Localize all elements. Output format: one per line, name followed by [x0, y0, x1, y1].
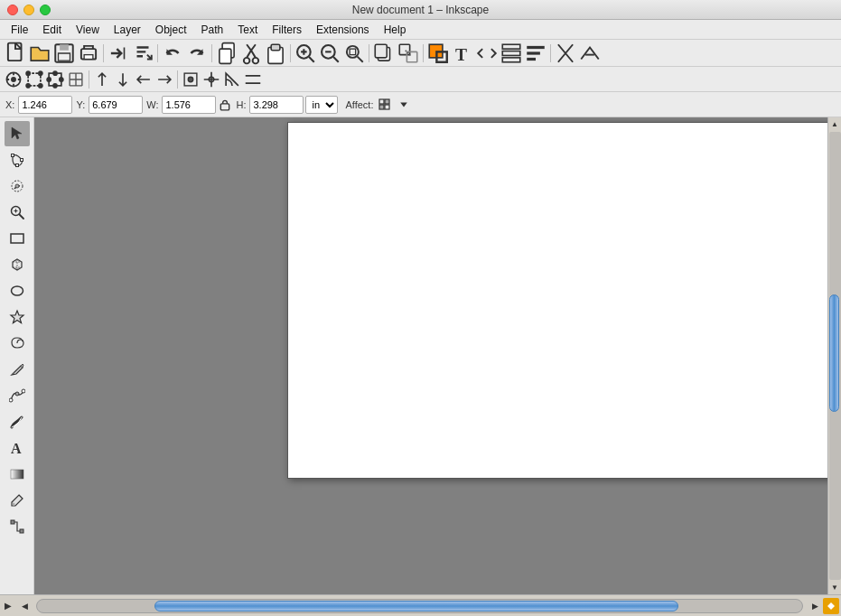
align-button[interactable] [524, 42, 547, 64]
affect-dropdown[interactable] [397, 95, 411, 115]
menu-filters[interactable]: Filters [265, 22, 309, 38]
menu-path[interactable]: Path [194, 22, 231, 38]
menu-help[interactable]: Help [377, 22, 414, 38]
snap-grid-button[interactable] [66, 70, 86, 89]
menu-layer[interactable]: Layer [107, 22, 148, 38]
snap-t4-button[interactable] [154, 70, 174, 89]
clone-button[interactable] [397, 42, 420, 64]
ellipse-tool[interactable] [5, 278, 30, 303]
main-area: A [0, 117, 841, 594]
svg-point-40 [60, 77, 63, 80]
open-button[interactable] [28, 42, 51, 64]
snap-indicator[interactable] [823, 598, 839, 614]
text-tool-button[interactable]: T [451, 42, 474, 64]
drawing-canvas[interactable] [287, 122, 827, 479]
unit-select[interactable]: in px mm cm pt [305, 96, 338, 114]
vscroll-down-arrow[interactable]: ▼ [828, 581, 842, 594]
snap-t1-button[interactable] [92, 70, 112, 89]
cut2-button[interactable] [554, 42, 577, 64]
h-input[interactable] [249, 96, 304, 114]
box-tool[interactable] [5, 252, 30, 277]
connector-tool[interactable] [5, 514, 30, 539]
y-label: Y: [74, 99, 87, 110]
snap-global-button[interactable] [4, 70, 23, 89]
menu-text[interactable]: Text [230, 22, 265, 38]
star-tool[interactable] [5, 304, 30, 330]
fill-stroke-button[interactable] [426, 42, 450, 64]
h-label: H: [234, 99, 248, 110]
snap-bbox-button[interactable] [24, 70, 44, 89]
snap-midpoints-button[interactable] [181, 70, 201, 89]
menu-object[interactable]: Object [148, 22, 194, 38]
svg-rect-44 [221, 103, 229, 109]
svg-rect-27 [527, 51, 540, 54]
calligraphy-tool[interactable] [5, 409, 30, 434]
vscroll-thumb[interactable] [829, 294, 839, 412]
svg-rect-49 [11, 154, 14, 157]
pencil-tool[interactable] [5, 357, 30, 382]
hscroll-right-arrow[interactable]: ▶ [807, 595, 823, 617]
duplicate-button[interactable] [372, 42, 396, 64]
snap-t3-button[interactable] [134, 70, 154, 89]
tweak-tool[interactable] [5, 173, 30, 199]
gradient-tool[interactable] [5, 462, 30, 487]
horizontal-scrollbar[interactable] [36, 599, 803, 613]
zoom-in-button[interactable] [294, 42, 317, 64]
menu-edit[interactable]: Edit [35, 22, 69, 38]
new-button[interactable] [4, 42, 27, 64]
svg-rect-24 [502, 51, 520, 55]
lock-icon[interactable] [218, 98, 232, 112]
svg-rect-11 [271, 44, 280, 51]
export-button[interactable] [131, 42, 154, 64]
vscroll-up-arrow[interactable]: ▲ [828, 117, 842, 131]
affect-button[interactable] [375, 95, 395, 115]
snap-angle-button[interactable] [222, 70, 242, 89]
snap-nodes-button[interactable] [45, 70, 65, 89]
text-tool[interactable]: A [5, 435, 30, 461]
rect-tool[interactable] [5, 226, 30, 251]
zoom-fit-button[interactable] [342, 42, 366, 64]
minimize-button[interactable] [23, 5, 34, 15]
snap-t2-button[interactable] [113, 70, 133, 89]
selector-tool[interactable] [5, 121, 30, 146]
snap-centers-button[interactable] [201, 70, 221, 89]
paste2-button[interactable] [578, 42, 602, 64]
menu-view[interactable]: View [69, 22, 107, 38]
window-controls[interactable] [7, 5, 51, 15]
print-button[interactable] [77, 42, 100, 64]
svg-rect-50 [20, 159, 23, 162]
hscroll-left-arrow[interactable]: ◀ [16, 595, 33, 617]
layers-button[interactable] [500, 42, 523, 64]
xml-editor-button[interactable] [475, 42, 499, 64]
copy-button[interactable] [215, 42, 238, 64]
maximize-button[interactable] [40, 5, 51, 15]
undo-button[interactable] [161, 42, 184, 64]
svg-point-57 [9, 398, 13, 402]
svg-rect-5 [84, 54, 93, 59]
save-button[interactable] [52, 42, 76, 64]
svg-point-53 [15, 184, 19, 188]
x-input[interactable] [18, 96, 72, 114]
redo-button[interactable] [185, 42, 209, 64]
canvas-area[interactable] [34, 117, 827, 594]
import-button[interactable] [107, 42, 130, 64]
pen-tool[interactable] [5, 383, 30, 408]
node-tool[interactable] [5, 147, 30, 173]
hscroll-thumb[interactable] [154, 601, 678, 611]
svg-rect-48 [385, 105, 389, 109]
y-input[interactable] [89, 96, 143, 114]
expand-button[interactable]: ▶ [0, 595, 16, 617]
zoom-out-button[interactable] [318, 42, 341, 64]
zoom-tool[interactable] [5, 200, 30, 225]
snap-parallel-button[interactable] [243, 70, 263, 89]
dropper-tool[interactable] [5, 488, 30, 513]
cut-button[interactable] [239, 42, 263, 64]
close-button[interactable] [7, 5, 18, 15]
spiral-tool[interactable] [5, 331, 30, 356]
menu-extensions[interactable]: Extensions [309, 22, 377, 38]
w-input[interactable] [162, 96, 216, 114]
vscroll-track[interactable] [829, 132, 841, 580]
menu-file[interactable]: File [4, 22, 35, 38]
vertical-scrollbar[interactable]: ▲ ▼ [827, 117, 841, 594]
paste-button[interactable] [264, 42, 287, 64]
